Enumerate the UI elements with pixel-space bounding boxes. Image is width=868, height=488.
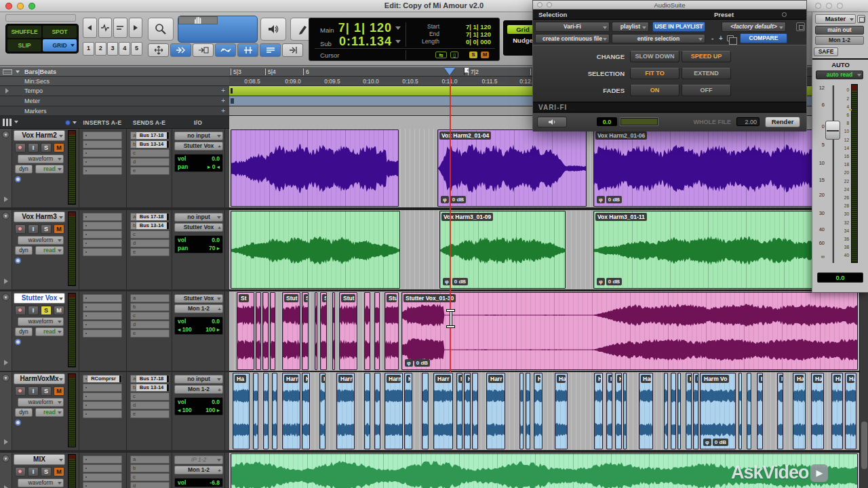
automation-enable-icon[interactable] xyxy=(15,258,21,264)
global-solo-badge[interactable]: S xyxy=(469,52,477,58)
off-button[interactable]: OFF xyxy=(682,85,731,96)
input-monitor-button[interactable]: I xyxy=(28,224,39,234)
send-slot[interactable]: d xyxy=(130,482,170,488)
use-in-playlist-button[interactable]: USE IN PLAYLIST xyxy=(652,22,705,32)
audio-clip[interactable] xyxy=(270,292,275,370)
audio-clip[interactable] xyxy=(364,373,370,449)
plugin-settings-icon[interactable] xyxy=(796,22,805,31)
send-slot[interactable]: c xyxy=(130,149,170,157)
ruler-row-minsecs[interactable]: Min:Secs xyxy=(0,77,229,86)
clip-gain-badge[interactable]: φ0 dB xyxy=(441,196,466,203)
record-enable-button[interactable] xyxy=(15,386,26,396)
mute-button[interactable]: M xyxy=(54,467,64,476)
audio-clip[interactable] xyxy=(747,373,751,449)
send-slot[interactable]: e xyxy=(130,167,170,175)
insert-slot[interactable] xyxy=(83,482,122,488)
mute-button[interactable]: M xyxy=(54,143,64,152)
ruler-row-tempo[interactable]: Tempo+ xyxy=(0,86,229,96)
audio-clip[interactable]: Ha xyxy=(793,373,806,449)
audio-clip[interactable] xyxy=(671,373,676,449)
extend-button[interactable]: EXTEND xyxy=(682,68,731,79)
audio-clip[interactable]: H xyxy=(777,373,783,449)
send-slot[interactable]: aBus 17-18 xyxy=(130,213,170,221)
insert-slot[interactable] xyxy=(83,294,122,302)
track-input-selector[interactable]: no input xyxy=(174,213,223,222)
plugin-selector-dropdown[interactable]: Vari-Fi xyxy=(535,22,610,32)
audio-clip[interactable]: H xyxy=(319,373,326,449)
track-view-selector[interactable]: waveform xyxy=(18,155,64,163)
scrubber-tool-button[interactable] xyxy=(260,18,286,41)
send-slot[interactable]: aBus 17-18 xyxy=(130,375,170,383)
audio-clip[interactable]: H xyxy=(404,373,412,449)
master-track-selector[interactable]: Master xyxy=(815,14,856,24)
audio-clip[interactable]: Ha xyxy=(233,373,250,449)
automation-follows-edit-button[interactable] xyxy=(260,43,281,57)
send-slot[interactable]: d xyxy=(130,321,170,329)
playlist-icon[interactable]: ▯ xyxy=(450,52,458,58)
audio-clip[interactable]: H xyxy=(456,373,462,449)
dyn-button[interactable]: dyn xyxy=(15,246,33,255)
audio-clip[interactable]: Vox Harm2_01-04φ0 dB xyxy=(437,129,587,207)
audio-clip[interactable]: Ha xyxy=(555,373,568,449)
send-slot[interactable]: c xyxy=(130,473,170,481)
add-markers-button[interactable]: + xyxy=(221,107,225,115)
send-slot[interactable]: c xyxy=(130,392,170,401)
zoomer-tool-button[interactable] xyxy=(148,18,174,41)
send-slot[interactable]: b xyxy=(130,464,170,472)
horizontal-zoom-in-button[interactable] xyxy=(129,18,143,38)
audio-clip[interactable]: Harm xyxy=(384,373,403,449)
solo-button[interactable]: S xyxy=(41,224,52,234)
audio-clip[interactable]: H xyxy=(302,373,310,449)
length-value[interactable]: 0| 0| 000 xyxy=(443,38,491,45)
send-slot[interactable]: a xyxy=(130,455,170,464)
sub-counter-menu-icon[interactable] xyxy=(395,40,401,43)
audio-clip[interactable]: Harr xyxy=(639,373,653,449)
send-slot[interactable]: e xyxy=(130,410,170,418)
process-mode-dropdown[interactable]: entire selection xyxy=(612,34,705,43)
audio-clip[interactable]: Stutt xyxy=(384,292,399,370)
track-input-selector[interactable]: Stutter Vox xyxy=(174,294,223,303)
mute-button[interactable]: M xyxy=(54,306,64,315)
end-value[interactable]: 7| 1| 120 xyxy=(443,30,491,38)
sub-counter-value[interactable]: 0:11.134 xyxy=(328,35,392,49)
audio-clip[interactable] xyxy=(738,373,742,449)
insert-slot[interactable] xyxy=(83,167,122,175)
clip-gain-badge[interactable]: φ0 dB xyxy=(597,278,622,285)
audio-clip[interactable] xyxy=(677,373,681,449)
preview-volume-slider[interactable] xyxy=(620,117,658,126)
on-button[interactable]: ON xyxy=(630,85,679,96)
insert-slot[interactable] xyxy=(83,140,122,148)
master-monitor-path[interactable]: Mon 1-2 xyxy=(815,36,864,45)
track-view-selector[interactable]: waveform xyxy=(18,479,64,487)
playlist-mode-dropdown[interactable]: playlist xyxy=(612,22,649,32)
audio-clip[interactable]: S xyxy=(302,292,309,370)
edit-mode-shuffle[interactable]: SHUFFLE xyxy=(7,26,41,38)
insert-slot[interactable] xyxy=(83,464,122,472)
send-slot[interactable]: aBus 17-18 xyxy=(130,131,170,140)
preset-copy-icon[interactable] xyxy=(727,35,734,41)
audio-clip[interactable]: Stutter Vox_01-30φ0 dB xyxy=(401,292,858,370)
send-slot[interactable]: e xyxy=(130,248,170,256)
zoom-preset-4[interactable]: 4 xyxy=(119,42,130,56)
timeline-insertion-icon[interactable]: ⇆ xyxy=(435,52,447,58)
send-slot[interactable]: b xyxy=(130,303,170,311)
track-output-selector[interactable]: Stutter Vox+ xyxy=(174,142,223,150)
insert-slot[interactable] xyxy=(83,410,122,418)
track-collapse-icon[interactable]: ▼ xyxy=(2,455,9,462)
audio-clip[interactable]: H xyxy=(606,373,612,449)
ruler-row-markers[interactable]: Markers+ xyxy=(0,106,229,116)
send-slot[interactable]: d xyxy=(130,158,170,166)
track-collapse-icon[interactable]: ▼ xyxy=(2,212,9,220)
insert-slot[interactable] xyxy=(83,455,122,464)
audio-clip[interactable] xyxy=(364,292,370,370)
edit-insert-button[interactable] xyxy=(282,43,303,57)
automation-mode-selector[interactable]: read xyxy=(35,246,64,255)
audio-clip[interactable] xyxy=(623,373,627,449)
automation-mode-selector[interactable]: read xyxy=(35,327,64,336)
solo-button[interactable]: S xyxy=(41,306,52,315)
grabber-tool-button[interactable] xyxy=(178,16,218,24)
audio-clip[interactable]: St xyxy=(237,292,254,370)
solo-button[interactable]: S xyxy=(41,467,52,476)
track-collapse-icon[interactable]: ▼ xyxy=(2,293,9,301)
solo-button[interactable]: S xyxy=(41,143,52,152)
